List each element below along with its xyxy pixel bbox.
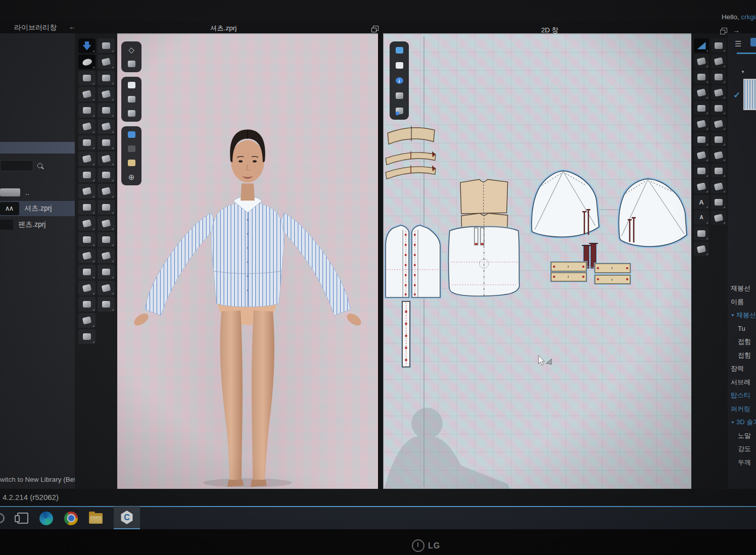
- buttonhole-tool-button[interactable]: [98, 216, 115, 231]
- sewing-pin-tool-button[interactable]: [78, 152, 96, 166]
- library-tab[interactable]: 라이브러리창: [14, 23, 57, 32]
- edit-curvature-tool-button[interactable]: [694, 70, 709, 84]
- back-panel[interactable]: [448, 227, 519, 296]
- pin-tool-button[interactable]: [78, 168, 96, 182]
- select-button-tool-button[interactable]: [98, 184, 115, 198]
- show-trims-icon[interactable]: [125, 94, 137, 105]
- sleeve-left[interactable]: [619, 179, 687, 246]
- chrome-browser-icon[interactable]: [64, 507, 78, 530]
- sidebar-item-garment[interactable]: [0, 61, 75, 72]
- fabric-view-icon[interactable]: [393, 90, 405, 101]
- viewport-3d[interactable]: ◇ ⊕: [117, 33, 378, 489]
- zipper-puller-tool-button[interactable]: [98, 265, 115, 279]
- fabric-check-icon[interactable]: ✓: [733, 90, 740, 100]
- edit-pattern-tool-button[interactable]: [694, 54, 709, 68]
- fold-arrangement-tool-button[interactable]: [78, 200, 96, 215]
- shirt-right-sleeve[interactable]: [279, 213, 351, 316]
- library-search-input[interactable]: [0, 160, 33, 171]
- simulate-tool-button[interactable]: [78, 38, 96, 53]
- eraser-tool-button[interactable]: [711, 195, 726, 209]
- seam-allowance-tool-button[interactable]: [694, 179, 709, 193]
- grading-text-tool-button[interactable]: A: [694, 211, 709, 225]
- remesh-garment-tool-button[interactable]: [98, 71, 115, 85]
- sidebar-item-hardware-trims[interactable]: [0, 107, 75, 119]
- zigzag-stitch-tool-button[interactable]: [711, 148, 726, 162]
- flatten-garment-tool-button[interactable]: [98, 55, 115, 69]
- show-pattern-icon[interactable]: [393, 60, 405, 71]
- dart-tool-button[interactable]: [694, 148, 709, 162]
- attach-buttonhole-tool-button[interactable]: [98, 232, 115, 247]
- text-tool-button[interactable]: A: [694, 195, 709, 209]
- move-pattern-tool-button[interactable]: [711, 132, 726, 146]
- sidebar-item-avatar[interactable]: [0, 72, 75, 84]
- start-button-icon[interactable]: [0, 507, 6, 530]
- collar[interactable]: [388, 126, 435, 144]
- fabric-texture-b-tool-button[interactable]: [98, 297, 115, 312]
- button-tool-button[interactable]: [98, 200, 115, 215]
- object-list-icon[interactable]: ☰: [735, 39, 741, 48]
- front-placket-strip[interactable]: [402, 301, 410, 367]
- username-link[interactable]: crkgin: [741, 13, 756, 21]
- lock-pattern-icon[interactable]: [393, 106, 405, 116]
- sidebar-item-fabric[interactable]: [0, 95, 75, 107]
- task-view-icon[interactable]: [17, 507, 28, 530]
- layout-tool-button[interactable]: [711, 179, 726, 193]
- shirring-tool-button[interactable]: [711, 164, 726, 178]
- collar-band-2[interactable]: [386, 165, 436, 179]
- polygon-pattern-tool-button[interactable]: [694, 101, 709, 115]
- segment-sewing-tool-button[interactable]: [78, 103, 96, 118]
- mannequin-view-icon[interactable]: [125, 158, 137, 168]
- morph-garment-tool-button[interactable]: [98, 103, 115, 118]
- viewport-2d[interactable]: [383, 33, 691, 489]
- free-sewing-2d-tool-button[interactable]: [711, 54, 726, 68]
- file-row-pants-project[interactable]: 팬츠.zprj: [0, 217, 75, 232]
- grid-tool-button[interactable]: [711, 211, 726, 225]
- notch-tool-button[interactable]: [694, 164, 709, 178]
- pattern-info-icon[interactable]: [393, 75, 405, 86]
- sidebar-item-hanger[interactable]: [0, 84, 75, 95]
- panel-forward-icon[interactable]: →: [733, 26, 740, 34]
- needle-tool-icon[interactable]: [393, 45, 405, 56]
- search-icon[interactable]: [37, 163, 42, 168]
- measure-tool-button[interactable]: [78, 329, 96, 344]
- lift-garment-tool-button[interactable]: [78, 281, 96, 295]
- front-left-panel[interactable]: [386, 225, 409, 297]
- edge-browser-icon[interactable]: [39, 507, 53, 530]
- add-point-tool-button[interactable]: [694, 85, 709, 99]
- select-garment-tool-button[interactable]: [78, 87, 96, 102]
- fold-arrangement-2d-tool-button[interactable]: [711, 117, 726, 131]
- free-sewing-tool-button[interactable]: [78, 119, 96, 134]
- cuff-pair-left[interactable]: [551, 262, 586, 281]
- pattern-canvas[interactable]: [384, 34, 691, 489]
- drape-garment-tool-button[interactable]: [98, 119, 115, 134]
- pen-tool-button[interactable]: [694, 242, 709, 256]
- solidify-tool-button[interactable]: [78, 216, 96, 231]
- select-move-tool-button[interactable]: [78, 55, 96, 69]
- sidebar-item-material[interactable]: [0, 119, 75, 130]
- swatch-dropdown-icon[interactable]: ▼: [741, 70, 745, 74]
- collapse-library-icon[interactable]: ←: [69, 23, 76, 31]
- avatar-3d[interactable]: [117, 34, 378, 489]
- transform-pattern-tool-button[interactable]: [694, 38, 709, 53]
- switch-library-link[interactable]: witch to New Library (Beta): [0, 476, 75, 483]
- collar-band-1[interactable]: [386, 151, 436, 165]
- mesh-view-icon[interactable]: [125, 143, 137, 154]
- fabric-thickness-view-icon[interactable]: [125, 129, 137, 140]
- front-right-panel[interactable]: [412, 225, 440, 297]
- fabric-tab-icon[interactable]: [750, 38, 756, 46]
- shirt-left-sleeve[interactable]: [145, 213, 216, 316]
- sidebar-item-course-folder[interactable]: [0, 142, 75, 154]
- segment-sewing-2d-tool-button[interactable]: [711, 38, 726, 53]
- show-avatar-icon[interactable]: [125, 108, 137, 119]
- retopology-tool-button[interactable]: [98, 87, 115, 102]
- grid-view-globe-icon[interactable]: ⊕: [125, 172, 137, 182]
- wrap-tool-button[interactable]: [78, 265, 96, 279]
- fold-3d-tool-button[interactable]: [78, 248, 96, 263]
- clo-app-icon[interactable]: [114, 507, 140, 530]
- sleeve-right[interactable]: [532, 171, 599, 237]
- section-arrow-icon[interactable]: ▼: [731, 313, 735, 318]
- float-2d-window-icon[interactable]: [722, 28, 727, 33]
- rectangle-pattern-tool-button[interactable]: [694, 117, 709, 131]
- sidebar-item-stage[interactable]: [0, 130, 75, 142]
- float-3d-window-icon[interactable]: [373, 26, 379, 31]
